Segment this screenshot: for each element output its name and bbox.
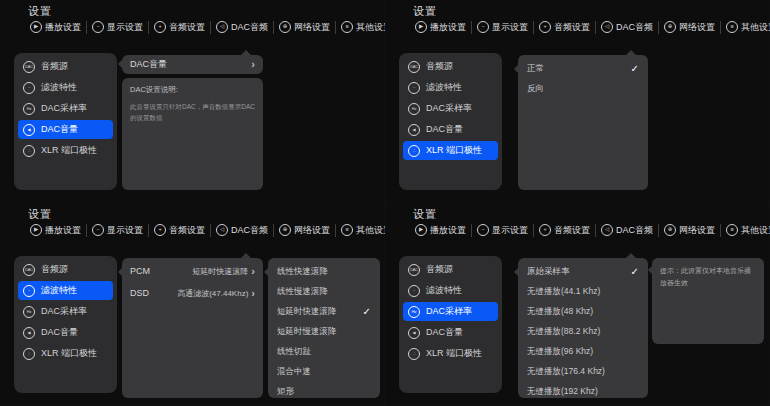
tab-playback-settings[interactable]: ▶播放设置 <box>26 224 85 237</box>
dac-volume-row[interactable]: DAC音量 › <box>122 55 263 74</box>
screen-filter-characteristics: 设置 ▶播放设置 −显示设置 +音频设置 ◁DAC音频 ⊕网络设置 ≡其他设置 … <box>0 203 385 406</box>
sidebar-item-audio-source[interactable]: DAC音频源 <box>403 57 498 76</box>
filter-option[interactable]: 混合中速 <box>268 362 380 382</box>
tab-label: 网络设置 <box>679 224 715 237</box>
check-icon: ✓ <box>631 64 639 74</box>
tip-text: 提示：此设置仅对本地音乐播放器生效 <box>660 265 756 289</box>
sample-rate-option[interactable]: 原始采样率✓ <box>518 262 648 282</box>
tab-audio-settings[interactable]: +音频设置 <box>535 21 594 34</box>
screen-xlr-polarity: 设置 ▶播放设置 −显示设置 +音频设置 ◁DAC音频 ⊕网络设置 ≡其他设置 … <box>385 0 770 203</box>
sample-rate-option[interactable]: 无缝播放(44.1 Khz) <box>518 282 648 302</box>
tab-network-settings[interactable]: ⊕网络设置 <box>660 21 719 34</box>
sidebar-item-audio-source[interactable]: DAC音频源 <box>18 260 113 279</box>
filter-option[interactable]: 线性切趾 <box>268 342 380 362</box>
sidebar-item-xlr-polarity[interactable]: ∴XLR 端口极性 <box>403 141 498 160</box>
xlr-icon: ∴ <box>408 145 420 157</box>
other-settings-icon: ≡ <box>726 21 738 33</box>
tab-dac-audio[interactable]: ◁DAC音频 <box>212 224 272 237</box>
tab-playback-settings[interactable]: ▶播放设置 <box>26 21 85 34</box>
sidebar-item-dac-volume[interactable]: ◀DAC音量 <box>403 120 498 139</box>
dsd-filter-row[interactable]: DSD 高通滤波(47.44Khz)› <box>122 282 263 304</box>
pcm-filter-row[interactable]: PCM 短延时快速滚降› <box>122 260 263 282</box>
filter-option[interactable]: 短延时慢速滚降 <box>268 322 380 342</box>
sidebar-item-label: 音频源 <box>41 263 68 276</box>
pointer-notch <box>118 60 122 68</box>
option-label: 原始采样率 <box>527 266 570 278</box>
tab-other-settings[interactable]: ≡其他设置 <box>722 224 770 237</box>
sidebar-item-xlr-polarity[interactable]: ∴XLR 端口极性 <box>18 344 113 363</box>
tab-label: 网络设置 <box>294 224 330 237</box>
sidebar-item-dac-sample-rate[interactable]: HzDAC采样率 <box>18 99 113 118</box>
dac-audio-icon: ◁ <box>601 224 613 236</box>
option-label: 正常 <box>527 63 544 75</box>
sidebar-item-dac-volume[interactable]: ◀DAC音量 <box>18 323 113 342</box>
sidebar-item-label: 滤波特性 <box>41 81 77 94</box>
sample-rate-option[interactable]: 无缝播放(176.4 Khz) <box>518 362 648 382</box>
sidebar-item-xlr-polarity[interactable]: ∴XLR 端口极性 <box>403 344 498 363</box>
dac-audio-icon: ◁ <box>216 224 228 236</box>
sample-rate-option[interactable]: 无缝播放(88.2 Khz) <box>518 322 648 342</box>
tab-display-settings[interactable]: −显示设置 <box>473 224 532 237</box>
sidebar-item-xlr-polarity[interactable]: ∴XLR 端口极性 <box>18 141 113 160</box>
volume-icon: ◀ <box>23 124 35 136</box>
option-inverted[interactable]: 反向 <box>518 79 648 99</box>
sidebar-item-filter-characteristics[interactable]: ~滤波特性 <box>403 281 498 300</box>
tab-other-settings[interactable]: ≡其他设置 <box>722 21 770 34</box>
audio-icon: + <box>539 21 551 33</box>
tab-audio-settings[interactable]: +音频设置 <box>150 224 209 237</box>
sidebar-item-label: 音频源 <box>41 60 68 73</box>
settings-tabbar: ▶播放设置 −显示设置 +音频设置 ◁DAC音频 ⊕网络设置 ≡其他设置 <box>411 16 770 38</box>
tab-display-settings[interactable]: −显示设置 <box>473 21 532 34</box>
pointer-notch <box>264 268 268 276</box>
tab-dac-audio[interactable]: ◁DAC音频 <box>597 224 657 237</box>
filter-option[interactable]: 线性慢速滚降 <box>268 282 380 302</box>
settings-tabbar: ▶播放设置 −显示设置 +音频设置 ◁DAC音频 ⊕网络设置 ≡其他设置 <box>26 219 396 241</box>
tab-label: 其他设置 <box>741 21 770 34</box>
other-settings-icon: ≡ <box>341 21 353 33</box>
tab-divider <box>720 21 721 34</box>
tab-divider <box>595 224 596 237</box>
sample-rate-option[interactable]: 无缝播放(192 Khz) <box>518 382 648 402</box>
xlr-icon: ∴ <box>23 348 35 360</box>
tab-divider <box>86 21 87 34</box>
sidebar-item-dac-sample-rate[interactable]: HzDAC采样率 <box>403 99 498 118</box>
filter-option[interactable]: 短延时快速滚降✓ <box>268 302 380 322</box>
sample-rate-option[interactable]: 无缝播放(96 Khz) <box>518 342 648 362</box>
play-icon: ▶ <box>30 21 42 33</box>
tab-network-settings[interactable]: ⊕网络设置 <box>275 21 334 34</box>
tab-audio-settings[interactable]: +音频设置 <box>535 224 594 237</box>
sidebar-item-label: 音频源 <box>426 60 453 73</box>
tab-label: 播放设置 <box>430 224 466 237</box>
tab-network-settings[interactable]: ⊕网络设置 <box>275 224 334 237</box>
tab-divider <box>533 224 534 237</box>
tab-dac-audio[interactable]: ◁DAC音频 <box>212 21 272 34</box>
tab-network-settings[interactable]: ⊕网络设置 <box>660 224 719 237</box>
sample-rate-tip-panel: 提示：此设置仅对本地音乐播放器生效 <box>652 258 764 344</box>
sidebar-item-filter-characteristics[interactable]: ~滤波特性 <box>18 78 113 97</box>
tab-audio-settings[interactable]: +音频设置 <box>150 21 209 34</box>
tab-divider <box>273 21 274 34</box>
tab-dac-audio[interactable]: ◁DAC音频 <box>597 21 657 34</box>
sidebar-item-filter-characteristics[interactable]: ~滤波特性 <box>403 78 498 97</box>
sidebar-item-dac-sample-rate[interactable]: HzDAC采样率 <box>403 302 498 321</box>
filter-option[interactable]: 矩形 <box>268 382 380 402</box>
tab-display-settings[interactable]: −显示设置 <box>88 21 147 34</box>
sample-rate-option[interactable]: 无缝播放(48 Khz) <box>518 302 648 322</box>
tab-playback-settings[interactable]: ▶播放设置 <box>411 224 470 237</box>
sidebar-item-filter-characteristics[interactable]: ~滤波特性 <box>18 281 113 300</box>
option-normal[interactable]: 正常✓ <box>518 59 648 79</box>
sidebar-item-dac-sample-rate[interactable]: HzDAC采样率 <box>18 302 113 321</box>
tab-display-settings[interactable]: −显示设置 <box>88 224 147 237</box>
tab-playback-settings[interactable]: ▶播放设置 <box>411 21 470 34</box>
dac-audio-icon: ◁ <box>216 21 228 33</box>
other-settings-icon: ≡ <box>726 224 738 236</box>
chevron-right-icon: › <box>251 59 255 70</box>
sidebar-item-dac-volume[interactable]: ◀DAC音量 <box>18 120 113 139</box>
sidebar-item-audio-source[interactable]: DAC音频源 <box>18 57 113 76</box>
sidebar-item-dac-volume[interactable]: ◀DAC音量 <box>403 323 498 342</box>
sidebar-item-audio-source[interactable]: DAC音频源 <box>403 260 498 279</box>
pcm-filter-options-panel: 线性快速滚降 线性慢速滚降 短延时快速滚降✓ 短延时慢速滚降 线性切趾 混合中速… <box>268 258 380 398</box>
filter-option[interactable]: 线性快速滚降 <box>268 262 380 282</box>
dac-settings-sidebar: DAC音频源 ~滤波特性 HzDAC采样率 ◀DAC音量 ∴XLR 端口极性 <box>399 256 502 393</box>
other-settings-icon: ≡ <box>341 224 353 236</box>
